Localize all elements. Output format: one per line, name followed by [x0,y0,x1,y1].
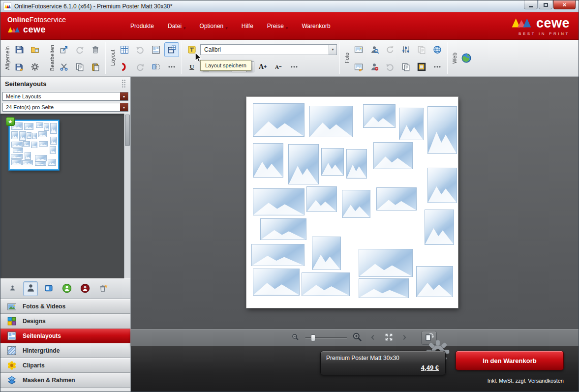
maximize-button[interactable] [539,0,552,9]
snap-button[interactable] [117,60,132,74]
web-globe-button[interactable] [459,51,474,65]
sidebar-item-masken-rahmen[interactable]: Masken & Rahmen [0,373,130,388]
rotate-button[interactable] [383,42,397,57]
trash-button[interactable] [88,42,103,57]
copy-button[interactable] [398,60,413,74]
dropdown-arrow-icon[interactable]: ▾ [120,92,128,100]
layout-panel-button[interactable] [41,281,56,296]
adjust-button[interactable] [398,42,413,57]
sidebar-item-hintergründe[interactable]: Hintergründe [0,343,130,358]
photo-placeholder[interactable] [359,249,413,277]
scissors-button[interactable] [57,60,71,74]
save-as-button[interactable] [12,60,27,74]
photo-button[interactable] [351,42,366,57]
menu-produkte[interactable]: Produkte [123,19,161,33]
photo-placeholder[interactable] [306,186,337,212]
redo-button[interactable] [72,42,87,57]
duplicate-button[interactable] [414,42,429,57]
photo-placeholder[interactable] [376,187,417,211]
export-arrow-button[interactable] [57,42,71,57]
photos-per-page-select[interactable]: 24 Foto(s) pro Seite ▾ [2,103,128,112]
font-plus-button[interactable]: A+ [255,60,270,74]
layout-thumbnail-selected[interactable]: ★ [9,120,59,170]
photo-placeholder[interactable] [399,108,424,140]
sidebar-item-seitenlayouts[interactable]: Seitenlayouts [0,329,130,343]
sidebar-item-fotos-videos[interactable]: Fotos & Videos [0,299,130,314]
photo-placeholder[interactable] [321,148,344,176]
undo-button[interactable] [383,60,397,74]
clipboard-paste-button[interactable] [88,60,103,74]
layout-people-small-button[interactable] [5,281,20,296]
layout-people-red-button[interactable] [78,281,92,296]
dropdown-arrow-icon[interactable]: ▾ [329,45,336,55]
layout-people-green-button[interactable] [60,281,74,296]
photo-placeholder[interactable] [260,218,306,240]
font-family-select[interactable]: Calibri▾ [200,44,337,55]
redo-button[interactable] [133,60,148,74]
layout-flip-button[interactable] [149,60,163,74]
photo-placeholder[interactable] [302,272,350,296]
folder-open-button[interactable] [28,42,42,57]
photo-placeholder[interactable] [253,269,300,296]
add-to-cart-button[interactable]: In den Warenkorb [456,351,564,370]
photo-placeholder[interactable] [427,168,457,203]
photo-placeholder[interactable] [342,190,370,218]
zoom-in-button[interactable] [351,332,363,344]
globe-button[interactable] [430,42,445,57]
sidebar-item-designs[interactable]: Designs [0,314,130,329]
prev-page-button[interactable] [367,332,379,344]
next-page-button[interactable] [398,332,410,344]
save-button[interactable] [12,42,27,57]
menu-hilfe[interactable]: Hilfe [235,19,260,33]
photo-placeholder[interactable] [253,188,305,215]
person-red-button[interactable] [367,60,382,74]
more-dots-button[interactable] [430,60,445,74]
layout-save-icon [167,45,176,54]
zoom-slider[interactable] [305,333,347,343]
dropdown-arrow-icon[interactable]: ▾ [120,103,128,111]
person-search-button[interactable] [367,42,382,57]
photo-placeholder[interactable] [425,210,454,245]
photo-placeholder[interactable] [253,103,305,137]
more-dots-button[interactable] [164,60,179,74]
photo-placeholder[interactable] [427,106,457,154]
copy-button[interactable] [72,60,87,74]
frame-button[interactable] [414,60,429,74]
zoom-slider-thumb[interactable] [311,334,315,341]
photo-edit-button[interactable] [351,60,366,74]
sidebar-item-cliparts[interactable]: Cliparts [0,358,130,373]
photo-placeholder[interactable] [312,237,341,270]
layout-source-select[interactable]: Meine Layouts ▾ [2,92,128,101]
photo-placeholder[interactable] [373,142,413,169]
photo-placeholder[interactable] [309,106,353,137]
more-dots-button[interactable] [287,60,302,74]
photo-placeholder[interactable] [363,104,396,128]
layout-pages-button[interactable] [149,42,163,57]
product-price[interactable]: 4,49 € [421,364,439,371]
layout-people-large-button[interactable] [23,281,38,296]
font-minus-button[interactable]: A− [271,60,286,74]
menu-preise[interactable]: Preise▾ [260,18,295,34]
scrollbar-thumb[interactable] [125,115,130,146]
minimize-button[interactable] [524,0,538,9]
photo-placeholder[interactable] [416,266,453,297]
menu-datei[interactable]: Datei▾ [161,18,193,34]
fit-view-button[interactable] [383,332,395,344]
photo-placeholder[interactable] [253,143,283,178]
tooltip-layout-speichern: Layout speichern [200,60,251,71]
menu-optionen[interactable]: Optionen▾ [193,18,235,34]
grid-button[interactable] [117,42,132,57]
clear-layout-button[interactable] [96,281,111,296]
photo-placeholder[interactable] [251,244,305,266]
undo-button[interactable] [133,42,148,57]
photo-placeholder[interactable] [359,278,409,298]
layout-save-button[interactable] [164,42,179,57]
photo-placeholder[interactable] [288,144,319,184]
close-button[interactable]: × [553,0,576,9]
zoom-out-button[interactable] [289,332,301,344]
menu-warenkorb[interactable]: Warenkorb [295,19,337,33]
panel-grip-handle[interactable] [122,79,126,88]
photo-placeholder[interactable] [346,149,367,179]
layout-list-scrollbar[interactable] [124,114,130,278]
settings-gear-button[interactable] [28,60,42,74]
